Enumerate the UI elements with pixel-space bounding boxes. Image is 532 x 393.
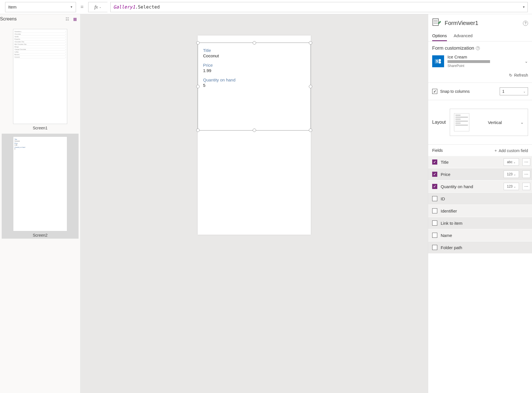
svg-rect-0	[433, 19, 438, 26]
refresh-icon: ↻	[509, 73, 512, 77]
chevron-down-icon: ▼	[70, 5, 73, 9]
field-row[interactable]: Folder path	[428, 241, 532, 253]
field-checkbox[interactable]	[432, 172, 437, 177]
field-name: Quantity on hand	[441, 184, 500, 189]
formula-property: .Selected	[135, 4, 160, 10]
resize-handle[interactable]	[309, 85, 312, 88]
field-checkbox[interactable]	[432, 220, 437, 226]
field-name: Link to item	[441, 221, 530, 226]
form-field-value: Coconut	[203, 53, 305, 58]
field-checkbox[interactable]	[432, 208, 437, 213]
formula-bar: Item ▼ = fx ⌄ Gallery1.Selected ▼	[0, 0, 532, 14]
form-icon	[432, 18, 441, 28]
chevron-down-icon: ⌄	[520, 120, 524, 125]
snap-checkbox[interactable]	[432, 89, 437, 94]
chevron-down-icon: ⌄	[523, 90, 525, 93]
layout-label: Layout	[432, 120, 446, 125]
screen-thumbnail[interactable]: TitleCoconutPrice1.99Quantity on hand5Sc…	[2, 134, 79, 239]
form-field-label: Title	[203, 48, 305, 53]
field-name: ID	[441, 196, 530, 201]
device-frame: TitleCoconutPrice1.99Quantity on hand5	[198, 35, 311, 235]
selected-control-name: FormViewer1	[445, 20, 520, 26]
svg-point-6	[439, 59, 441, 61]
field-row[interactable]: ID	[428, 193, 532, 205]
sharepoint-icon: S	[432, 55, 444, 67]
list-view-icon[interactable]: ☷	[66, 17, 69, 21]
form-field-label: Quantity on hand	[203, 77, 305, 82]
field-checkbox[interactable]	[432, 233, 437, 238]
datasource-name: Ice Cream	[447, 54, 521, 59]
field-checkbox[interactable]	[432, 196, 437, 201]
fields-label: Fields	[432, 148, 443, 153]
screens-title: Screens	[0, 16, 17, 22]
field-row[interactable]: Price123⌄⋯	[428, 168, 532, 180]
layout-dropdown[interactable]: Vertical ⌄	[450, 109, 528, 136]
field-type-dropdown[interactable]: 123⌄	[504, 171, 519, 178]
field-name: Title	[441, 160, 500, 165]
field-checkbox[interactable]	[432, 159, 437, 165]
resize-handle[interactable]	[309, 129, 312, 132]
field-row[interactable]: Titleabc⌄⋯	[428, 156, 532, 168]
fx-button[interactable]: fx ⌄	[88, 2, 107, 12]
svg-point-7	[439, 61, 441, 64]
tab-advanced[interactable]: Advanced	[454, 31, 473, 41]
field-name: Identifier	[441, 209, 530, 213]
layout-preview-icon	[454, 113, 469, 131]
screen-thumbnail[interactable]: Strawberry›Chocolate›Vanilla›Pistachio›C…	[2, 26, 79, 131]
property-dropdown[interactable]: Item ▼	[5, 2, 76, 12]
add-custom-field-button[interactable]: ＋ Add custom field	[494, 148, 528, 153]
formula-input[interactable]: Gallery1.Selected ▼	[110, 2, 528, 12]
formula-identifier: Gallery1	[113, 4, 135, 10]
refresh-button[interactable]: ↻ Refresh	[432, 73, 528, 77]
resize-handle[interactable]	[196, 85, 200, 88]
field-name: Price	[441, 172, 500, 177]
tab-options[interactable]: Options	[432, 31, 447, 41]
field-row[interactable]: Name	[428, 229, 532, 241]
form-field-label: Price	[203, 63, 305, 68]
field-row[interactable]: Link to item	[428, 217, 532, 229]
properties-panel: FormViewer1 ? Options Advanced Form cust…	[428, 14, 532, 393]
resize-handle[interactable]	[253, 41, 256, 45]
plus-icon: ＋	[494, 148, 498, 153]
chevron-down-icon[interactable]: ▼	[523, 5, 525, 9]
columns-dropdown[interactable]: 1 ⌄	[500, 87, 528, 95]
screen-name: Screen1	[13, 126, 67, 130]
resize-handle[interactable]	[309, 41, 312, 45]
field-more-button[interactable]: ⋯	[522, 158, 530, 166]
redacted-text	[447, 60, 490, 63]
form-field-value: 5	[203, 83, 305, 88]
field-more-button[interactable]: ⋯	[522, 183, 530, 190]
property-name: Item	[8, 5, 16, 9]
field-more-button[interactable]: ⋯	[522, 171, 530, 178]
field-checkbox[interactable]	[432, 245, 437, 250]
canvas[interactable]: TitleCoconutPrice1.99Quantity on hand5	[81, 14, 428, 393]
resize-handle[interactable]	[196, 129, 200, 132]
svg-text:S: S	[436, 59, 438, 63]
form-field-value: 1.99	[203, 68, 305, 73]
screens-panel: Screens ☷ ▦ Strawberry›Chocolate›Vanilla…	[0, 14, 81, 393]
screen-name: Screen2	[13, 233, 67, 238]
equals-sign: =	[81, 4, 84, 10]
chevron-down-icon: ⌄	[99, 5, 101, 9]
help-icon[interactable]: ?	[523, 21, 528, 26]
snap-label: Snap to columns	[440, 89, 470, 94]
resize-handle[interactable]	[196, 41, 200, 45]
datasource-provider: SharePoint	[447, 64, 521, 68]
field-type-dropdown[interactable]: abc⌄	[504, 158, 519, 166]
field-name: Folder path	[441, 245, 530, 250]
field-type-dropdown[interactable]: 123⌄	[504, 183, 519, 190]
datasource-selector[interactable]: S Ice Cream SharePoint ⌄	[432, 54, 528, 68]
resize-handle[interactable]	[253, 129, 256, 132]
field-row[interactable]: Quantity on hand123⌄⋯	[428, 180, 532, 192]
chevron-down-icon: ⌄	[525, 59, 528, 64]
field-name: Name	[441, 233, 530, 238]
field-row[interactable]: Identifier	[428, 205, 532, 217]
form-customization-label: Form customization	[432, 45, 474, 51]
help-icon[interactable]: ?	[476, 46, 480, 50]
form-viewer-selection[interactable]: TitleCoconutPrice1.99Quantity on hand5	[198, 43, 311, 131]
grid-view-icon[interactable]: ▦	[73, 17, 77, 21]
field-checkbox[interactable]	[432, 184, 437, 189]
